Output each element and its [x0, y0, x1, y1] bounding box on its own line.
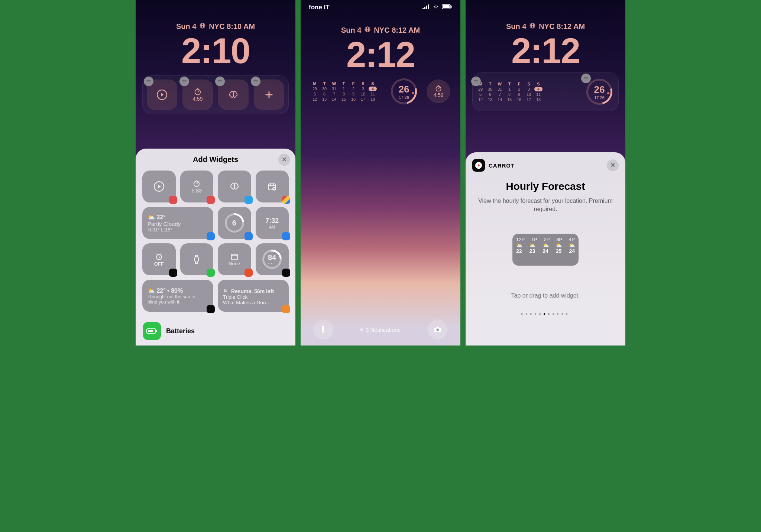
- close-button[interactable]: [278, 154, 290, 166]
- svg-rect-10: [231, 254, 238, 260]
- widget-tile[interactable]: 7:32AM: [256, 207, 289, 239]
- widget-tile[interactable]: [180, 243, 214, 275]
- widget-slot[interactable]: –4:59: [182, 80, 213, 110]
- status-icons: [422, 4, 452, 11]
- calendar-widget[interactable]: – MTWTFSS2930311234567891011121314151617…: [476, 82, 543, 102]
- sheet-title: Add Widgets: [193, 155, 238, 164]
- carrot-app-icon: [472, 159, 485, 172]
- phone-screenshot-2: fone IT Sun 4 NYC 8:12 AM 2:12 MTWTFSS29…: [301, 0, 460, 346]
- remove-widget-button[interactable]: –: [144, 77, 153, 86]
- notification-summary[interactable]: 3 Notifications: [360, 327, 401, 333]
- globe-icon: [364, 26, 371, 35]
- widget-detail-sheet: CARROT Hourly Forecast View the hourly f…: [466, 152, 625, 346]
- ring-widget[interactable]: – 26 17 26: [584, 77, 615, 107]
- lockscreen-date: Sun 4 NYC 8:12 AM: [341, 26, 420, 35]
- globe-icon: [199, 22, 206, 31]
- svg-rect-12: [156, 330, 157, 332]
- widget-tile[interactable]: ⛅ 22° • 80%I brought out the sun toblind…: [142, 280, 213, 312]
- app-name: CARROT: [489, 162, 515, 169]
- lockscreen-clock: 2:12: [466, 33, 625, 69]
- widget-row-editing: – MTWTFSS2930311234567891011121314151617…: [472, 72, 619, 111]
- date-city: NYC 8:12 AM: [539, 22, 585, 31]
- phone-screenshot-1: Sun 4 NYC 8:10 AM 2:10 ––4:59–– Add Widg…: [136, 0, 295, 346]
- app-row-batteries[interactable]: Batteries: [136, 318, 295, 346]
- lockscreen-date: Sun 4 NYC 8:10 AM: [176, 22, 255, 31]
- remove-widget-button[interactable]: –: [251, 77, 260, 86]
- remove-widget-button[interactable]: –: [179, 77, 189, 86]
- notification-count: 3 Notifications: [366, 327, 401, 333]
- remove-widget-button[interactable]: –: [471, 77, 481, 86]
- svg-rect-20: [443, 5, 450, 8]
- date-city: NYC 8:12 AM: [374, 26, 420, 35]
- svg-point-24: [436, 328, 439, 331]
- widget-title: Hourly Forecast: [466, 181, 625, 192]
- timer-value: 4:59: [433, 92, 443, 98]
- svg-rect-9: [195, 257, 198, 262]
- widget-slot[interactable]: –: [147, 80, 177, 110]
- widget-tile[interactable]: ⛅ 22°Partly CloudyH:31° L:18°: [142, 207, 213, 239]
- widget-row: MTWTFSS293031123456789101112131415161718…: [307, 76, 454, 107]
- cellular-icon: [422, 4, 430, 11]
- widget-preview[interactable]: 12P1P2P3P4P ⛅⛅⛅⛅⛅ 2223242524: [512, 234, 579, 266]
- svg-point-23: [436, 86, 441, 91]
- remove-widget-button[interactable]: –: [215, 77, 225, 86]
- widget-tile[interactable]: [142, 171, 176, 202]
- widget-slot-row: ––4:59––: [142, 75, 289, 114]
- widget-tile[interactable]: 6: [218, 207, 251, 239]
- widget-tile[interactable]: [256, 171, 289, 202]
- carrier-label: fone IT: [309, 4, 330, 11]
- svg-point-5: [194, 181, 200, 187]
- widget-hint: Tap or drag to add widget.: [466, 292, 625, 299]
- timer-widget[interactable]: 4:59: [427, 80, 450, 103]
- date-day: Sun 4: [176, 22, 196, 31]
- app-name: Batteries: [166, 327, 195, 335]
- svg-rect-13: [148, 330, 153, 332]
- lockscreen-date: Sun 4 NYC 8:12 AM: [506, 22, 585, 31]
- widget-tile[interactable]: None: [218, 243, 251, 275]
- widget-gallery: 5:33⛅ 22°Partly CloudyH:31° L:18°67:32AM…: [136, 168, 295, 318]
- slot-label: 4:59: [192, 96, 203, 102]
- svg-rect-15: [424, 7, 425, 9]
- lockscreen-clock: 2:12: [301, 37, 460, 72]
- close-button[interactable]: [607, 159, 619, 171]
- camera-button[interactable]: [428, 319, 448, 340]
- sheet-header: CARROT: [466, 152, 625, 178]
- widget-tile[interactable]: Resume, 56m leftTriple ClickWhat Makes a…: [218, 280, 289, 312]
- phone-screenshot-3: Sun 4 NYC 8:12 AM 2:12 – MTWTFSS29303112…: [466, 0, 625, 346]
- widget-tile[interactable]: OFF: [142, 243, 176, 275]
- battery-icon: [143, 322, 161, 340]
- lockscreen-clock: 2:10: [136, 33, 295, 69]
- date-city: NYC 8:10 AM: [209, 22, 255, 31]
- globe-icon: [529, 22, 536, 31]
- battery-icon: [442, 4, 452, 11]
- widget-slot[interactable]: –: [218, 80, 249, 110]
- svg-rect-19: [451, 6, 452, 8]
- widget-tile[interactable]: 5:33: [180, 171, 214, 202]
- calendar-widget[interactable]: MTWTFSS293031123456789101112131415161718: [311, 81, 377, 101]
- svg-rect-17: [428, 4, 429, 9]
- sheet-header: Add Widgets: [136, 149, 295, 168]
- page-indicator[interactable]: ●●●●●●●●●●●: [466, 312, 625, 316]
- lockscreen-header: Sun 4 NYC 8:10 AM 2:10: [136, 0, 295, 69]
- add-widgets-sheet: Add Widgets 5:33⛅ 22°Partly CloudyH:31° …: [136, 149, 295, 346]
- date-day: Sun 4: [506, 22, 526, 31]
- bottom-controls: 3 Notifications: [301, 319, 460, 340]
- lockscreen-header: Sun 4 NYC 8:12 AM 2:12: [466, 0, 625, 69]
- widget-tile[interactable]: 84∙∙∙: [256, 243, 289, 275]
- widget-tile[interactable]: [218, 171, 251, 202]
- wifi-icon: [432, 4, 440, 11]
- ring-widget[interactable]: 26 17 26: [389, 76, 419, 107]
- widget-slot[interactable]: –: [254, 80, 284, 110]
- flashlight-button[interactable]: [313, 319, 333, 340]
- status-bar: fone IT: [301, 0, 460, 13]
- remove-widget-button[interactable]: –: [581, 74, 591, 83]
- svg-rect-16: [426, 6, 427, 9]
- widget-description: View the hourly forecast for your locati…: [476, 197, 615, 213]
- lockscreen-header: Sun 4 NYC 8:12 AM 2:12: [301, 13, 460, 72]
- svg-rect-14: [422, 8, 424, 9]
- date-day: Sun 4: [341, 26, 361, 35]
